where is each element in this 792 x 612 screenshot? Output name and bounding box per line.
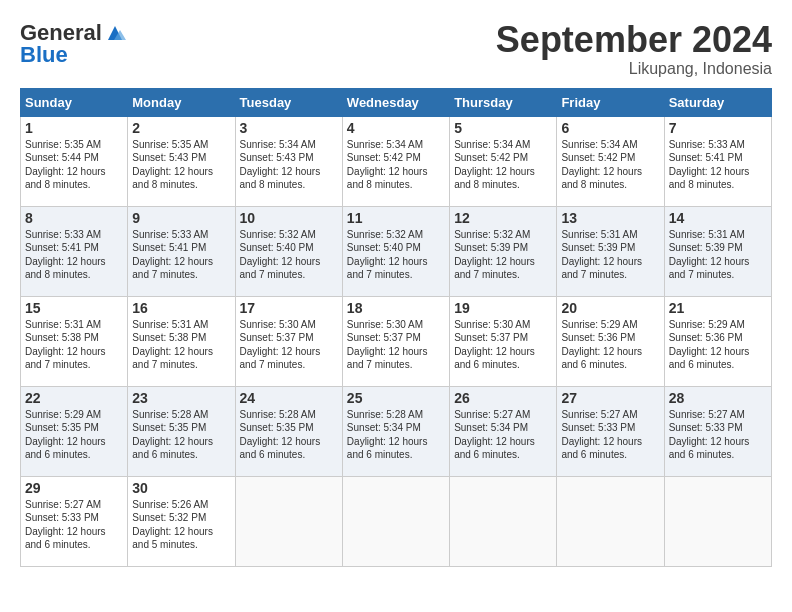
calendar-table: SundayMondayTuesdayWednesdayThursdayFrid… xyxy=(20,88,772,567)
header-friday: Friday xyxy=(557,88,664,116)
location: Likupang, Indonesia xyxy=(496,60,772,78)
day-number: 16 xyxy=(132,300,230,316)
cell-details: Sunrise: 5:30 AM Sunset: 5:37 PM Dayligh… xyxy=(454,318,552,372)
day-number: 25 xyxy=(347,390,445,406)
calendar-cell: 19Sunrise: 5:30 AM Sunset: 5:37 PM Dayli… xyxy=(450,296,557,386)
day-number: 29 xyxy=(25,480,123,496)
header-sunday: Sunday xyxy=(21,88,128,116)
cell-details: Sunrise: 5:31 AM Sunset: 5:39 PM Dayligh… xyxy=(561,228,659,282)
week-row-2: 8Sunrise: 5:33 AM Sunset: 5:41 PM Daylig… xyxy=(21,206,772,296)
calendar-cell: 25Sunrise: 5:28 AM Sunset: 5:34 PM Dayli… xyxy=(342,386,449,476)
day-number: 8 xyxy=(25,210,123,226)
day-number: 22 xyxy=(25,390,123,406)
day-number: 26 xyxy=(454,390,552,406)
day-number: 28 xyxy=(669,390,767,406)
day-number: 9 xyxy=(132,210,230,226)
week-row-1: 1Sunrise: 5:35 AM Sunset: 5:44 PM Daylig… xyxy=(21,116,772,206)
calendar-cell: 17Sunrise: 5:30 AM Sunset: 5:37 PM Dayli… xyxy=(235,296,342,386)
calendar-cell xyxy=(342,476,449,566)
cell-details: Sunrise: 5:29 AM Sunset: 5:35 PM Dayligh… xyxy=(25,408,123,462)
cell-details: Sunrise: 5:31 AM Sunset: 5:38 PM Dayligh… xyxy=(25,318,123,372)
calendar-cell: 22Sunrise: 5:29 AM Sunset: 5:35 PM Dayli… xyxy=(21,386,128,476)
calendar-cell xyxy=(235,476,342,566)
cell-details: Sunrise: 5:33 AM Sunset: 5:41 PM Dayligh… xyxy=(25,228,123,282)
week-row-4: 22Sunrise: 5:29 AM Sunset: 5:35 PM Dayli… xyxy=(21,386,772,476)
calendar-cell xyxy=(664,476,771,566)
calendar-cell xyxy=(450,476,557,566)
day-number: 4 xyxy=(347,120,445,136)
header-wednesday: Wednesday xyxy=(342,88,449,116)
cell-details: Sunrise: 5:32 AM Sunset: 5:39 PM Dayligh… xyxy=(454,228,552,282)
day-number: 14 xyxy=(669,210,767,226)
header-saturday: Saturday xyxy=(664,88,771,116)
cell-details: Sunrise: 5:32 AM Sunset: 5:40 PM Dayligh… xyxy=(347,228,445,282)
calendar-cell: 21Sunrise: 5:29 AM Sunset: 5:36 PM Dayli… xyxy=(664,296,771,386)
cell-details: Sunrise: 5:34 AM Sunset: 5:42 PM Dayligh… xyxy=(347,138,445,192)
day-number: 7 xyxy=(669,120,767,136)
calendar-cell: 26Sunrise: 5:27 AM Sunset: 5:34 PM Dayli… xyxy=(450,386,557,476)
day-number: 12 xyxy=(454,210,552,226)
calendar-cell: 18Sunrise: 5:30 AM Sunset: 5:37 PM Dayli… xyxy=(342,296,449,386)
cell-details: Sunrise: 5:27 AM Sunset: 5:33 PM Dayligh… xyxy=(669,408,767,462)
day-number: 6 xyxy=(561,120,659,136)
cell-details: Sunrise: 5:27 AM Sunset: 5:34 PM Dayligh… xyxy=(454,408,552,462)
calendar-cell: 13Sunrise: 5:31 AM Sunset: 5:39 PM Dayli… xyxy=(557,206,664,296)
cell-details: Sunrise: 5:32 AM Sunset: 5:40 PM Dayligh… xyxy=(240,228,338,282)
day-number: 27 xyxy=(561,390,659,406)
day-number: 3 xyxy=(240,120,338,136)
logo-blue: Blue xyxy=(20,42,68,68)
day-number: 23 xyxy=(132,390,230,406)
calendar-cell: 28Sunrise: 5:27 AM Sunset: 5:33 PM Dayli… xyxy=(664,386,771,476)
day-number: 10 xyxy=(240,210,338,226)
cell-details: Sunrise: 5:31 AM Sunset: 5:39 PM Dayligh… xyxy=(669,228,767,282)
calendar-cell: 29Sunrise: 5:27 AM Sunset: 5:33 PM Dayli… xyxy=(21,476,128,566)
cell-details: Sunrise: 5:33 AM Sunset: 5:41 PM Dayligh… xyxy=(669,138,767,192)
day-number: 1 xyxy=(25,120,123,136)
cell-details: Sunrise: 5:29 AM Sunset: 5:36 PM Dayligh… xyxy=(561,318,659,372)
calendar-cell: 16Sunrise: 5:31 AM Sunset: 5:38 PM Dayli… xyxy=(128,296,235,386)
calendar-cell: 7Sunrise: 5:33 AM Sunset: 5:41 PM Daylig… xyxy=(664,116,771,206)
header-tuesday: Tuesday xyxy=(235,88,342,116)
cell-details: Sunrise: 5:35 AM Sunset: 5:43 PM Dayligh… xyxy=(132,138,230,192)
day-number: 11 xyxy=(347,210,445,226)
calendar-cell: 14Sunrise: 5:31 AM Sunset: 5:39 PM Dayli… xyxy=(664,206,771,296)
cell-details: Sunrise: 5:34 AM Sunset: 5:42 PM Dayligh… xyxy=(561,138,659,192)
day-number: 15 xyxy=(25,300,123,316)
calendar-cell: 27Sunrise: 5:27 AM Sunset: 5:33 PM Dayli… xyxy=(557,386,664,476)
calendar-cell: 20Sunrise: 5:29 AM Sunset: 5:36 PM Dayli… xyxy=(557,296,664,386)
cell-details: Sunrise: 5:31 AM Sunset: 5:38 PM Dayligh… xyxy=(132,318,230,372)
calendar-cell: 5Sunrise: 5:34 AM Sunset: 5:42 PM Daylig… xyxy=(450,116,557,206)
header-thursday: Thursday xyxy=(450,88,557,116)
day-number: 13 xyxy=(561,210,659,226)
cell-details: Sunrise: 5:34 AM Sunset: 5:43 PM Dayligh… xyxy=(240,138,338,192)
calendar-cell: 8Sunrise: 5:33 AM Sunset: 5:41 PM Daylig… xyxy=(21,206,128,296)
calendar-cell: 3Sunrise: 5:34 AM Sunset: 5:43 PM Daylig… xyxy=(235,116,342,206)
cell-details: Sunrise: 5:30 AM Sunset: 5:37 PM Dayligh… xyxy=(240,318,338,372)
logo: General Blue xyxy=(20,20,126,68)
calendar-cell: 6Sunrise: 5:34 AM Sunset: 5:42 PM Daylig… xyxy=(557,116,664,206)
calendar-cell: 10Sunrise: 5:32 AM Sunset: 5:40 PM Dayli… xyxy=(235,206,342,296)
cell-details: Sunrise: 5:28 AM Sunset: 5:35 PM Dayligh… xyxy=(132,408,230,462)
calendar-cell: 30Sunrise: 5:26 AM Sunset: 5:32 PM Dayli… xyxy=(128,476,235,566)
calendar-cell xyxy=(557,476,664,566)
header-row: SundayMondayTuesdayWednesdayThursdayFrid… xyxy=(21,88,772,116)
calendar-cell: 24Sunrise: 5:28 AM Sunset: 5:35 PM Dayli… xyxy=(235,386,342,476)
month-title: September 2024 xyxy=(496,20,772,60)
calendar-cell: 9Sunrise: 5:33 AM Sunset: 5:41 PM Daylig… xyxy=(128,206,235,296)
cell-details: Sunrise: 5:28 AM Sunset: 5:35 PM Dayligh… xyxy=(240,408,338,462)
calendar-cell: 11Sunrise: 5:32 AM Sunset: 5:40 PM Dayli… xyxy=(342,206,449,296)
week-row-5: 29Sunrise: 5:27 AM Sunset: 5:33 PM Dayli… xyxy=(21,476,772,566)
header-monday: Monday xyxy=(128,88,235,116)
calendar-cell: 12Sunrise: 5:32 AM Sunset: 5:39 PM Dayli… xyxy=(450,206,557,296)
day-number: 20 xyxy=(561,300,659,316)
week-row-3: 15Sunrise: 5:31 AM Sunset: 5:38 PM Dayli… xyxy=(21,296,772,386)
day-number: 17 xyxy=(240,300,338,316)
cell-details: Sunrise: 5:27 AM Sunset: 5:33 PM Dayligh… xyxy=(25,498,123,552)
page-header: General Blue September 2024 Likupang, In… xyxy=(20,20,772,78)
title-block: September 2024 Likupang, Indonesia xyxy=(496,20,772,78)
cell-details: Sunrise: 5:33 AM Sunset: 5:41 PM Dayligh… xyxy=(132,228,230,282)
cell-details: Sunrise: 5:35 AM Sunset: 5:44 PM Dayligh… xyxy=(25,138,123,192)
day-number: 5 xyxy=(454,120,552,136)
cell-details: Sunrise: 5:27 AM Sunset: 5:33 PM Dayligh… xyxy=(561,408,659,462)
cell-details: Sunrise: 5:26 AM Sunset: 5:32 PM Dayligh… xyxy=(132,498,230,552)
